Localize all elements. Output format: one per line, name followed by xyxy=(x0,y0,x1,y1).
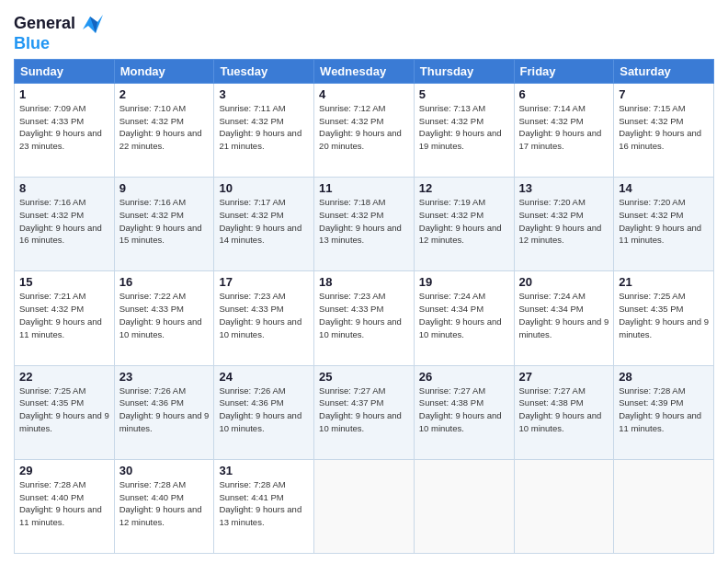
day-cell: 13Sunrise: 7:20 AMSunset: 4:32 PMDayligh… xyxy=(514,178,614,271)
day-detail: Sunrise: 7:27 AMSunset: 4:37 PMDaylight:… xyxy=(319,385,409,435)
day-number: 25 xyxy=(319,370,409,384)
day-cell: 29Sunrise: 7:28 AMSunset: 4:40 PMDayligh… xyxy=(15,459,115,553)
day-cell: 18Sunrise: 7:23 AMSunset: 4:33 PMDayligh… xyxy=(314,271,415,365)
day-number: 5 xyxy=(419,87,509,101)
day-cell xyxy=(514,459,614,553)
day-detail: Sunrise: 7:28 AMSunset: 4:40 PMDaylight:… xyxy=(119,478,210,529)
day-cell: 14Sunrise: 7:20 AMSunset: 4:32 PMDayligh… xyxy=(614,178,714,271)
day-cell: 20Sunrise: 7:24 AMSunset: 4:34 PMDayligh… xyxy=(514,271,614,365)
day-cell: 2Sunrise: 7:10 AMSunset: 4:32 PMDaylight… xyxy=(114,83,214,177)
day-detail: Sunrise: 7:16 AMSunset: 4:32 PMDaylight:… xyxy=(119,196,210,247)
day-detail: Sunrise: 7:17 AMSunset: 4:32 PMDaylight:… xyxy=(219,196,309,247)
day-number: 7 xyxy=(619,87,709,101)
day-number: 20 xyxy=(519,275,609,289)
day-detail: Sunrise: 7:20 AMSunset: 4:32 PMDaylight:… xyxy=(619,196,709,247)
day-cell xyxy=(614,459,714,553)
day-number: 31 xyxy=(219,464,309,477)
day-detail: Sunrise: 7:26 AMSunset: 4:36 PMDaylight:… xyxy=(219,385,309,435)
day-detail: Sunrise: 7:14 AMSunset: 4:32 PMDaylight:… xyxy=(519,102,609,153)
day-cell: 3Sunrise: 7:11 AMSunset: 4:32 PMDaylight… xyxy=(214,83,314,177)
day-number: 1 xyxy=(19,87,109,101)
day-number: 3 xyxy=(219,87,309,101)
day-cell: 25Sunrise: 7:27 AMSunset: 4:37 PMDayligh… xyxy=(314,365,415,459)
day-number: 12 xyxy=(419,181,509,195)
day-number: 8 xyxy=(19,181,109,195)
day-cell: 16Sunrise: 7:22 AMSunset: 4:33 PMDayligh… xyxy=(114,271,214,365)
calendar-body: 1Sunrise: 7:09 AMSunset: 4:33 PMDaylight… xyxy=(15,83,714,553)
day-number: 10 xyxy=(219,181,309,195)
day-number: 18 xyxy=(319,275,409,289)
week-row: 22Sunrise: 7:25 AMSunset: 4:35 PMDayligh… xyxy=(15,365,714,459)
day-cell: 30Sunrise: 7:28 AMSunset: 4:40 PMDayligh… xyxy=(114,459,214,553)
col-header-tuesday: Tuesday xyxy=(214,59,314,83)
day-cell: 9Sunrise: 7:16 AMSunset: 4:32 PMDaylight… xyxy=(114,178,214,271)
week-row: 1Sunrise: 7:09 AMSunset: 4:33 PMDaylight… xyxy=(15,83,714,177)
day-cell: 19Sunrise: 7:24 AMSunset: 4:34 PMDayligh… xyxy=(414,271,514,365)
day-cell: 23Sunrise: 7:26 AMSunset: 4:36 PMDayligh… xyxy=(114,365,214,459)
day-number: 19 xyxy=(419,275,509,289)
day-number: 29 xyxy=(19,464,109,477)
day-number: 22 xyxy=(19,370,109,384)
day-detail: Sunrise: 7:23 AMSunset: 4:33 PMDaylight:… xyxy=(319,290,409,340)
day-number: 4 xyxy=(319,87,409,101)
week-row: 29Sunrise: 7:28 AMSunset: 4:40 PMDayligh… xyxy=(15,459,714,553)
day-cell: 7Sunrise: 7:15 AMSunset: 4:32 PMDaylight… xyxy=(614,83,714,177)
day-number: 13 xyxy=(519,181,609,195)
day-cell: 11Sunrise: 7:18 AMSunset: 4:32 PMDayligh… xyxy=(314,178,415,271)
day-cell xyxy=(314,459,415,553)
day-detail: Sunrise: 7:28 AMSunset: 4:40 PMDaylight:… xyxy=(19,478,109,529)
day-detail: Sunrise: 7:15 AMSunset: 4:32 PMDaylight:… xyxy=(619,102,709,153)
day-number: 24 xyxy=(219,370,309,384)
day-number: 6 xyxy=(519,87,609,101)
day-detail: Sunrise: 7:21 AMSunset: 4:32 PMDaylight:… xyxy=(19,290,109,340)
day-detail: Sunrise: 7:24 AMSunset: 4:34 PMDaylight:… xyxy=(519,290,609,340)
day-number: 16 xyxy=(119,275,210,289)
day-detail: Sunrise: 7:27 AMSunset: 4:38 PMDaylight:… xyxy=(419,385,509,435)
day-detail: Sunrise: 7:27 AMSunset: 4:38 PMDaylight:… xyxy=(519,385,609,435)
day-detail: Sunrise: 7:23 AMSunset: 4:33 PMDaylight:… xyxy=(219,290,309,340)
day-cell: 24Sunrise: 7:26 AMSunset: 4:36 PMDayligh… xyxy=(214,365,314,459)
day-detail: Sunrise: 7:18 AMSunset: 4:32 PMDaylight:… xyxy=(319,196,409,247)
day-detail: Sunrise: 7:28 AMSunset: 4:41 PMDaylight:… xyxy=(219,478,309,529)
day-number: 28 xyxy=(619,370,709,384)
day-detail: Sunrise: 7:19 AMSunset: 4:32 PMDaylight:… xyxy=(419,196,509,247)
day-detail: Sunrise: 7:12 AMSunset: 4:32 PMDaylight:… xyxy=(319,102,409,153)
logo-line1: General xyxy=(14,15,75,33)
day-detail: Sunrise: 7:20 AMSunset: 4:32 PMDaylight:… xyxy=(519,196,609,247)
day-cell: 12Sunrise: 7:19 AMSunset: 4:32 PMDayligh… xyxy=(414,178,514,271)
day-cell: 15Sunrise: 7:21 AMSunset: 4:32 PMDayligh… xyxy=(15,271,115,365)
day-detail: Sunrise: 7:22 AMSunset: 4:33 PMDaylight:… xyxy=(119,290,210,340)
day-cell: 31Sunrise: 7:28 AMSunset: 4:41 PMDayligh… xyxy=(214,459,314,553)
week-row: 15Sunrise: 7:21 AMSunset: 4:32 PMDayligh… xyxy=(15,271,714,365)
day-cell xyxy=(414,459,514,553)
day-number: 23 xyxy=(119,370,210,384)
day-detail: Sunrise: 7:16 AMSunset: 4:32 PMDaylight:… xyxy=(19,196,109,247)
day-cell: 26Sunrise: 7:27 AMSunset: 4:38 PMDayligh… xyxy=(414,365,514,459)
col-header-monday: Monday xyxy=(114,59,214,83)
day-detail: Sunrise: 7:25 AMSunset: 4:35 PMDaylight:… xyxy=(619,290,709,340)
day-number: 9 xyxy=(119,181,210,195)
day-cell: 27Sunrise: 7:27 AMSunset: 4:38 PMDayligh… xyxy=(514,365,614,459)
day-number: 15 xyxy=(19,275,109,289)
day-number: 27 xyxy=(519,370,609,384)
header-row: SundayMondayTuesdayWednesdayThursdayFrid… xyxy=(15,59,714,83)
day-number: 17 xyxy=(219,275,309,289)
day-cell: 1Sunrise: 7:09 AMSunset: 4:33 PMDaylight… xyxy=(15,83,115,177)
day-cell: 10Sunrise: 7:17 AMSunset: 4:32 PMDayligh… xyxy=(214,178,314,271)
day-number: 21 xyxy=(619,275,709,289)
day-detail: Sunrise: 7:26 AMSunset: 4:36 PMDaylight:… xyxy=(119,385,210,435)
logo-bird-icon xyxy=(77,13,103,35)
col-header-saturday: Saturday xyxy=(614,59,714,83)
col-header-friday: Friday xyxy=(514,59,614,83)
page: General Blue SundayMondayTuesdayWednesda… xyxy=(0,0,728,563)
day-number: 2 xyxy=(119,87,210,101)
day-detail: Sunrise: 7:11 AMSunset: 4:32 PMDaylight:… xyxy=(219,102,309,153)
col-header-thursday: Thursday xyxy=(414,59,514,83)
day-detail: Sunrise: 7:13 AMSunset: 4:32 PMDaylight:… xyxy=(419,102,509,153)
day-detail: Sunrise: 7:09 AMSunset: 4:33 PMDaylight:… xyxy=(19,102,109,153)
day-cell: 28Sunrise: 7:28 AMSunset: 4:39 PMDayligh… xyxy=(614,365,714,459)
day-detail: Sunrise: 7:24 AMSunset: 4:34 PMDaylight:… xyxy=(419,290,509,340)
week-row: 8Sunrise: 7:16 AMSunset: 4:32 PMDaylight… xyxy=(15,178,714,271)
day-detail: Sunrise: 7:25 AMSunset: 4:35 PMDaylight:… xyxy=(19,385,109,435)
day-cell: 22Sunrise: 7:25 AMSunset: 4:35 PMDayligh… xyxy=(15,365,115,459)
